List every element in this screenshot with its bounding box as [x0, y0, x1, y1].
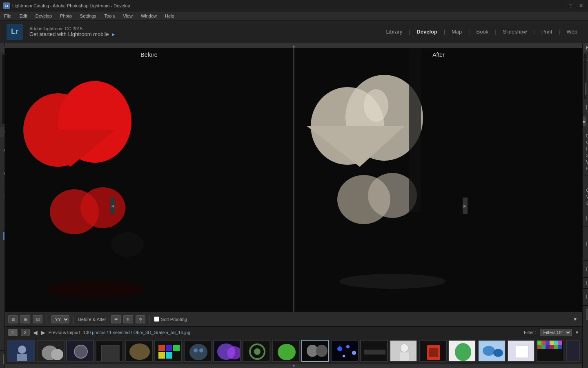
- filmstrip-page-2[interactable]: 2: [21, 329, 30, 336]
- close-button[interactable]: ✕: [577, 2, 585, 9]
- orient-before-after-icon[interactable]: ✥: [136, 315, 145, 323]
- preset-item-antique[interactable]: Antique: [3, 210, 4, 218]
- view-mode-select[interactable]: YY Y: [51, 315, 69, 323]
- nav-print[interactable]: Print: [537, 27, 557, 36]
- minimize-button[interactable]: —: [556, 2, 564, 9]
- preset-item-cyanotype[interactable]: Cyanotype: [3, 240, 4, 248]
- view-grid-icon[interactable]: ▦: [8, 315, 18, 323]
- histogram-header[interactable]: Histogram ▼: [583, 43, 588, 52]
- filmstrip-thumb-17[interactable]: [478, 340, 506, 362]
- presets-header[interactable]: ▼ Presets +: [0, 127, 4, 137]
- nav-web[interactable]: Web: [563, 27, 582, 36]
- nav-develop[interactable]: Develop: [412, 27, 441, 36]
- filmstrip-thumb-11[interactable]: [301, 340, 329, 362]
- preset-item-split-tone-1[interactable]: Split Tone 1: [3, 276, 4, 296]
- lens-corrections-header[interactable]: Lens Corrections ▼: [583, 289, 588, 305]
- histogram-clip-highlights-icon[interactable]: ▲: [582, 56, 585, 62]
- menu-window[interactable]: Window: [139, 13, 158, 19]
- filmstrip-prev-arrow[interactable]: ◀: [33, 329, 38, 336]
- preset-group-bw-toned-header[interactable]: ▼ Lightroom B&W Toned Presets: [0, 184, 4, 210]
- spot-removal-icon[interactable]: ●: [582, 117, 586, 126]
- navigator-header[interactable]: ▼ Navigator FIT FILL 1:1 3:1: [0, 43, 5, 52]
- original-photo-checkbox[interactable]: Original Photo: [583, 101, 588, 114]
- split-toning-header[interactable]: Split Toning ◀: [583, 261, 588, 277]
- right-panel-collapse-arrow[interactable]: ▶: [463, 197, 468, 214]
- preset-item-sepia-tone[interactable]: Sepia Tone: [3, 262, 4, 276]
- tool-row: ⋮⋮ ◎ ● ■ ◯ ⎯: [583, 114, 588, 129]
- soft-proofing-check[interactable]: [154, 316, 159, 322]
- preset-item-selenium-tone[interactable]: Selenium Tone: [3, 248, 4, 262]
- mobile-arrow-icon[interactable]: ►: [111, 32, 116, 37]
- section-square-icon: [586, 216, 587, 220]
- filmstrip-thumb-8[interactable]: [213, 340, 241, 362]
- filmstrip-menu-icon[interactable]: ▼: [575, 330, 579, 335]
- filmstrip-thumb-9[interactable]: [243, 340, 270, 362]
- app-icon: Lr: [3, 2, 10, 9]
- nav-slideshow[interactable]: Slideshow: [499, 27, 531, 36]
- copy-before-after-icon[interactable]: ⇅: [123, 315, 133, 323]
- filmstrip-thumb-2[interactable]: [37, 340, 65, 362]
- menu-develop[interactable]: Develop: [34, 13, 53, 19]
- top-collapse-arrow[interactable]: ▲: [5, 43, 582, 48]
- filmstrip-thumb-19[interactable]: [537, 340, 564, 362]
- nav-map[interactable]: Map: [448, 27, 466, 36]
- filter-select[interactable]: Filters Off: [540, 329, 572, 336]
- soft-proofing-checkbox[interactable]: Soft Proofing: [154, 316, 187, 322]
- filmstrip-expand-icon[interactable]: ▼: [571, 315, 579, 323]
- view-loupe-icon[interactable]: ▣: [20, 315, 30, 323]
- bottom-collapse-arrow[interactable]: ▼: [5, 363, 582, 368]
- tone-curve-header[interactable]: Tone Curve ◀: [583, 210, 588, 227]
- svg-point-75: [483, 346, 495, 356]
- filmstrip-thumb-4[interactable]: [96, 340, 123, 362]
- split-toning-section: Split Toning ◀: [583, 261, 588, 278]
- filmstrip-thumb-1[interactable]: [7, 340, 35, 362]
- filmstrip-page-1[interactable]: 1: [8, 329, 17, 336]
- filmstrip-next-arrow[interactable]: ▶: [41, 329, 45, 336]
- filmstrip-thumb-3[interactable]: [66, 340, 94, 362]
- filmstrip-thumb-6[interactable]: [154, 340, 182, 362]
- maximize-button[interactable]: □: [567, 2, 574, 9]
- preset-item-antique-light[interactable]: Antique Light: [3, 218, 4, 232]
- detail-section: Detail ◀: [583, 278, 588, 289]
- menu-view[interactable]: View: [121, 13, 134, 19]
- filmstrip-thumb-14[interactable]: [390, 340, 417, 362]
- svg-point-73: [455, 343, 471, 361]
- menu-file[interactable]: File: [2, 13, 13, 19]
- brand-sub: Get started with Lightroom mobile ►: [29, 31, 382, 37]
- menu-help[interactable]: Help: [163, 13, 176, 19]
- histogram-clip-shadows-icon[interactable]: ▲: [586, 56, 588, 62]
- filmstrip-thumb-16[interactable]: [448, 340, 476, 362]
- view-before-after-split-icon[interactable]: ▤: [33, 315, 42, 323]
- svg-point-23: [364, 89, 388, 122]
- nav-book[interactable]: Book: [472, 27, 492, 36]
- filmstrip-thumb-12[interactable]: [331, 340, 359, 362]
- image-area: Before: [5, 48, 582, 312]
- left-panel-collapse-arrow[interactable]: ◀: [110, 197, 115, 214]
- svg-point-62: [352, 351, 356, 355]
- filmstrip-thumb-18[interactable]: [507, 340, 535, 362]
- filmstrip-thumb-20[interactable]: [566, 340, 580, 362]
- swap-before-after-icon[interactable]: ⇆: [111, 315, 121, 323]
- menu-edit[interactable]: Edit: [18, 13, 29, 19]
- filmstrip-thumb-7[interactable]: [184, 340, 212, 362]
- group-expanded-icon: ▼: [3, 195, 4, 199]
- preset-item-split-tone-4[interactable]: Split Tone 4: [3, 335, 4, 350]
- menu-photo[interactable]: Photo: [58, 13, 74, 19]
- nav-library[interactable]: Library: [382, 27, 406, 36]
- menu-tools[interactable]: Tools: [103, 13, 117, 19]
- menu-settings[interactable]: Settings: [78, 13, 98, 19]
- filmstrip-thumb-5[interactable]: [125, 340, 153, 362]
- detail-header[interactable]: Detail ◀: [583, 278, 588, 288]
- filter-label: Filter :: [524, 330, 537, 335]
- hsl-header[interactable]: HSL / Color / B & W ◀: [583, 227, 588, 260]
- preset-group-bw-presets-header[interactable]: ► Lightroom B&W Presets: [0, 163, 4, 184]
- preset-group-bw-filter-header[interactable]: ► Lightroom B&W Filter Presets: [0, 137, 4, 163]
- filmstrip-thumb-13[interactable]: [360, 340, 388, 362]
- preset-item-creamtone[interactable]: Creamtone: [3, 232, 4, 240]
- filmstrip-thumb-10[interactable]: [272, 340, 300, 362]
- preset-item-split-tone-3[interactable]: Split Tone 3: [3, 315, 4, 335]
- filmstrip-thumb-15[interactable]: [419, 340, 447, 362]
- original-photo-check[interactable]: [586, 105, 587, 110]
- previous-button[interactable]: Previous: [586, 309, 588, 320]
- preset-item-split-tone-2[interactable]: Split Tone 2: [3, 296, 4, 315]
